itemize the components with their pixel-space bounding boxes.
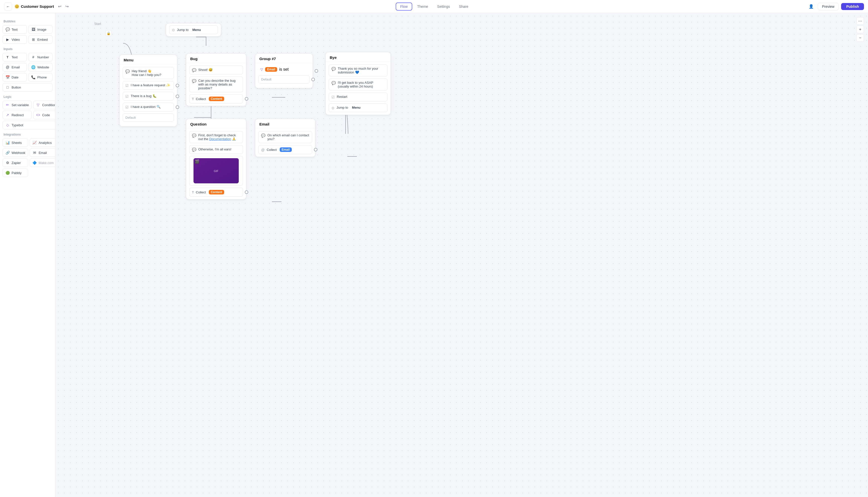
email-collect-row: @ Collect Email	[258, 145, 312, 154]
sidebar-item-typebot[interactable]: ◇ Typebot	[2, 121, 55, 129]
website-icon: 🌐	[31, 65, 36, 69]
sidebar-item-website[interactable]: 🌐 Website	[28, 63, 53, 71]
date-icon: 📅	[5, 75, 10, 79]
bye-node-title: Bye	[326, 52, 391, 62]
sidebar-item-date[interactable]: 📅 Date	[2, 73, 27, 82]
checkbox-icon-1: ☑	[126, 84, 129, 87]
pabbly-icon: 🟢	[5, 171, 10, 175]
sidebar-item-phone[interactable]: 📞 Phone	[28, 73, 53, 82]
topnav-actions: 👤 Preview Publish	[807, 2, 864, 11]
sheets-label: Sheets	[12, 141, 21, 145]
email-condition-tag: Email	[265, 67, 277, 72]
sidebar-item-video[interactable]: ▶ Video	[2, 35, 27, 44]
bot-emoji: 😊	[15, 4, 19, 9]
tab-share[interactable]: Share	[455, 3, 472, 10]
typebot-label: Typebot	[12, 123, 23, 127]
documentation-link[interactable]: Documentation	[209, 137, 231, 141]
back-button[interactable]: ←	[4, 2, 12, 11]
tab-theme[interactable]: Theme	[413, 3, 432, 10]
bug-content-tag: Content	[209, 97, 224, 101]
sidebar-item-condition[interactable]: ▽ Condition	[33, 101, 55, 109]
question-content-tag: Content	[209, 190, 224, 195]
redo-button[interactable]: ↪	[64, 3, 70, 10]
more-options-button[interactable]: ⋯	[856, 17, 864, 25]
start-label: Start	[94, 22, 101, 26]
sidebar-item-code[interactable]: <> Code	[33, 111, 55, 119]
bye-jumpto-target: Menu	[352, 105, 361, 110]
sidebar-item-pabbly[interactable]: 🟢 Pabbly	[2, 169, 28, 177]
zapier-label: Zapier	[12, 161, 21, 165]
sidebar-item-webhook[interactable]: 🔗 Webhook	[2, 148, 28, 157]
sidebar-item-email-integration[interactable]: ✉ Email	[30, 148, 55, 157]
text-input-label: Text	[12, 55, 18, 59]
tab-flow[interactable]: Flow	[396, 2, 412, 11]
sidebar-item-zapier[interactable]: ⚙ Zapier	[2, 158, 28, 167]
jump-to-menu-top-node[interactable]: ⊙ Jump to Menu	[166, 23, 221, 37]
flow-canvas[interactable]: Start 🔒 ⊙ Jump to Menu Menu 💬 Hey friend…	[55, 13, 868, 497]
menu-greeting-row: 💬 Hey friend 👋How can I help you?	[123, 67, 174, 79]
logic-section-title: Logic	[3, 95, 53, 99]
email-text-1: On which email can I contact you?	[267, 133, 309, 141]
menu-option-1-connector	[176, 84, 179, 87]
group7-condition-text: is set	[279, 67, 289, 72]
number-icon: #	[31, 55, 36, 59]
email-icon: @	[5, 65, 10, 69]
question-collect-connector	[245, 190, 248, 194]
typebot-icon: ◇	[5, 123, 10, 127]
sidebar-item-text-bubble[interactable]: 💬 Text	[2, 25, 27, 34]
bye-node[interactable]: Bye 💬 Thank you so much for your submiss…	[325, 52, 391, 115]
group7-node[interactable]: Group #7 ▽ Email is set Default	[255, 53, 313, 88]
bubble-icon-q2: 💬	[192, 148, 196, 152]
bubble-icon-bug2: 💬	[192, 79, 196, 83]
zoom-out-button[interactable]: −	[856, 34, 864, 42]
sidebar-item-analytics[interactable]: 📈 Analytics	[30, 138, 55, 147]
share-users-icon[interactable]: 👤	[807, 2, 815, 11]
question-collect-row: T Collect Content	[189, 188, 243, 197]
top-navigation: ← 😊 Customer Support ↩ ↪ Flow Theme Sett…	[0, 0, 868, 13]
condition-label: Condition	[42, 103, 55, 107]
zoom-in-button[interactable]: +	[856, 26, 864, 33]
menu-node[interactable]: Menu 💬 Hey friend 👋How can I help you? ☑…	[119, 55, 177, 127]
sidebar-item-image[interactable]: 🖼 Image	[28, 25, 53, 34]
sidebar-item-email[interactable]: @ Email	[2, 63, 27, 71]
code-icon: <>	[36, 113, 41, 117]
email-collect-label: Collect	[267, 148, 277, 152]
question-node[interactable]: Question 💬 First, don't forget to check …	[186, 119, 246, 199]
gif-image: GIF 🎬	[193, 158, 239, 183]
bubble-icon-bye1: 💬	[332, 67, 336, 71]
bye-jumpto-row: ⊙ Jump to Menu	[329, 103, 387, 112]
preview-button[interactable]: Preview	[818, 3, 839, 10]
tab-settings[interactable]: Settings	[433, 3, 454, 10]
bubble-icon-bug1: 💬	[192, 68, 196, 72]
email-label: Email	[12, 66, 20, 69]
integrations-section-title: Integrations	[3, 133, 53, 136]
redirect-icon: ↗	[5, 113, 10, 117]
bug-node[interactable]: Bug 💬 Shoot! 😅 💬 Can you describe the bu…	[186, 53, 246, 106]
email-node-title: Email	[255, 119, 315, 129]
restart-icon: ☑	[332, 95, 335, 99]
sidebar-item-makecom[interactable]: 🔷 Make.com	[30, 158, 55, 167]
sidebar-item-number[interactable]: # Number	[28, 53, 53, 61]
email-node[interactable]: Email 💬 On which email can I contact you…	[255, 119, 315, 157]
sidebar-item-button[interactable]: □ Button	[2, 83, 53, 91]
button-label: Button	[12, 86, 21, 89]
makecom-icon: 🔷	[32, 161, 37, 165]
image-icon: 🖼	[31, 27, 36, 31]
undo-button[interactable]: ↩	[57, 3, 63, 10]
webhook-label: Webhook	[12, 151, 25, 155]
sidebar-item-text-input[interactable]: T Text	[2, 53, 27, 61]
menu-option-1-text: I have a feature request ✨	[131, 83, 170, 87]
sidebar-item-set-variable[interactable]: ✏ Set variable	[2, 101, 32, 109]
bubble-icon-bye2: 💬	[332, 81, 336, 85]
sidebar-item-sheets[interactable]: 📊 Sheets	[2, 138, 28, 147]
publish-button[interactable]: Publish	[841, 3, 864, 10]
undo-redo-group: ↩ ↪	[57, 3, 70, 10]
text-bubble-icon: 💬	[5, 27, 10, 31]
bug-text-2: Can you describe the bug with as many de…	[198, 79, 240, 90]
sidebar-item-embed[interactable]: ⊞ Embed	[28, 35, 53, 44]
set-variable-icon: ✏	[5, 103, 10, 107]
bye-restart-row: ☑ Restart	[329, 93, 387, 101]
sidebar-item-redirect[interactable]: ↗ Redirect	[2, 111, 32, 119]
email-integration-icon: ✉	[32, 151, 37, 155]
menu-option-3-connector	[176, 105, 179, 109]
